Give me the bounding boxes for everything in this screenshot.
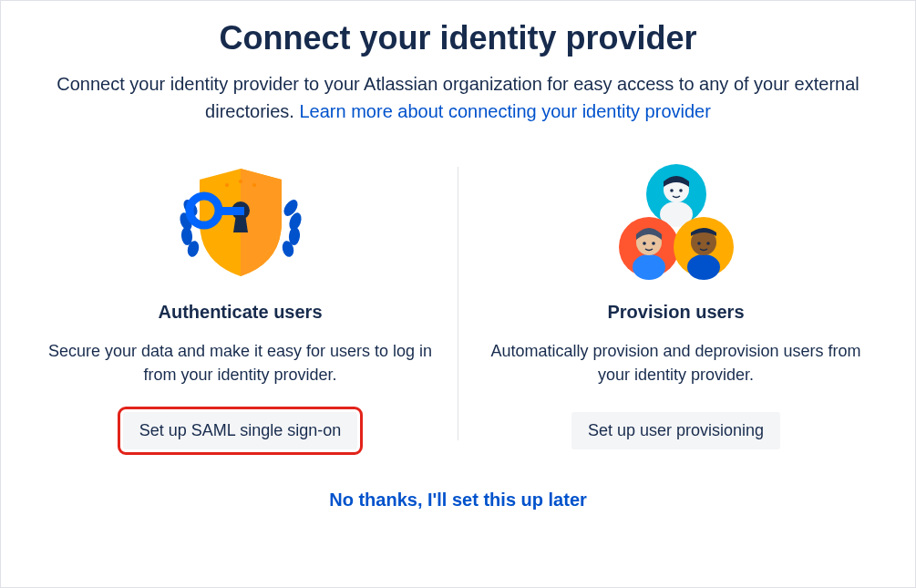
setup-saml-button[interactable]: Set up SAML single sign-on [123,412,357,449]
page-subtitle: Connect your identity provider to your A… [26,70,891,125]
svg-point-10 [252,183,256,187]
provision-title: Provision users [607,302,744,323]
svg-point-8 [225,183,229,187]
authenticate-title: Authenticate users [158,302,322,323]
svg-point-20 [633,254,665,280]
authenticate-desc: Secure your data and make it easy for us… [45,339,437,387]
svg-point-17 [670,189,674,192]
svg-point-27 [697,242,701,245]
svg-point-23 [652,242,655,245]
svg-point-28 [706,242,710,245]
page-title: Connect your identity provider [219,19,696,57]
svg-point-25 [687,254,720,280]
learn-more-link[interactable]: Learn more about connecting your identit… [299,101,710,121]
shield-key-icon [149,158,332,285]
authenticate-card: Authenticate users Secure your data and … [23,158,458,449]
skip-link[interactable]: No thanks, I'll set this up later [329,490,587,511]
svg-rect-13 [215,207,244,215]
setup-provisioning-button[interactable]: Set up user provisioning [571,412,780,449]
svg-point-22 [643,242,646,245]
provision-desc: Automatically provision and deprovision … [480,339,872,387]
svg-point-18 [679,189,683,192]
provision-card: Provision users Automatically provision … [458,158,893,449]
cards-row: Authenticate users Secure your data and … [23,158,893,449]
svg-point-9 [239,180,242,183]
users-avatars-icon [585,158,767,285]
